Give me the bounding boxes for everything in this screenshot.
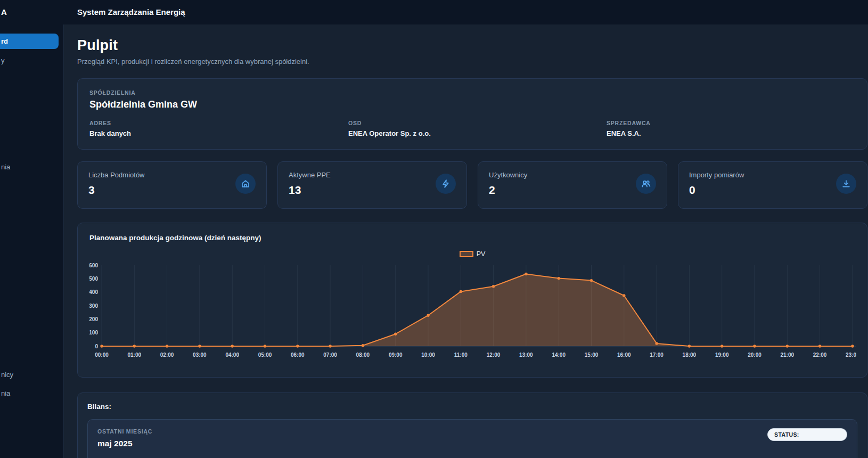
svg-text:12:00: 12:00 bbox=[487, 352, 501, 358]
import-icon bbox=[836, 174, 856, 194]
page-subtitle: Przegląd KPI, produkcji i rozliczeń ener… bbox=[77, 58, 867, 66]
lightning-icon bbox=[436, 174, 456, 194]
field-value: Brak danych bbox=[89, 129, 348, 137]
svg-text:22:00: 22:00 bbox=[813, 352, 827, 358]
app-logo: A bbox=[1, 0, 7, 24]
svg-text:20:00: 20:00 bbox=[748, 352, 761, 358]
kpi-card-ppe: Aktywne PPE 13 bbox=[277, 161, 467, 209]
home-icon bbox=[235, 174, 256, 194]
coop-field-adres: ADRES Brak danych bbox=[89, 120, 348, 137]
svg-text:06:00: 06:00 bbox=[291, 352, 305, 358]
kpi-row: Liczba Podmiotów 3 Aktywne PPE 13 Użytko… bbox=[77, 161, 867, 209]
field-label: ADRES bbox=[89, 120, 348, 126]
sidebar-item-rozliczenia[interactable]: nia bbox=[0, 162, 10, 173]
coop-fields: ADRES Brak danych OSD ENEA Operator Sp. … bbox=[89, 120, 855, 137]
svg-text:02:00: 02:00 bbox=[160, 352, 174, 358]
svg-text:400: 400 bbox=[89, 289, 98, 295]
legend-swatch-pv bbox=[460, 251, 473, 257]
sidebar: rd y nia nicy nia bbox=[0, 24, 64, 458]
svg-text:11:00: 11:00 bbox=[454, 352, 468, 358]
svg-text:300: 300 bbox=[89, 303, 98, 309]
sidebar-item-ustawienia[interactable]: nia bbox=[0, 388, 10, 399]
legend-label-pv: PV bbox=[477, 250, 486, 258]
kpi-label: Użytkownicy bbox=[489, 171, 656, 179]
kpi-value: 2 bbox=[489, 184, 656, 197]
main-content: Pulpit Przegląd KPI, produkcji i rozlicz… bbox=[64, 24, 868, 458]
kpi-value: 13 bbox=[289, 184, 456, 197]
bilans-title: Bilans: bbox=[87, 403, 857, 411]
production-chart-card: Planowana produkcja godzinowa (dzień nas… bbox=[77, 223, 867, 378]
status-badge: STATUS: bbox=[767, 428, 847, 441]
sidebar-item-label: y bbox=[1, 56, 5, 64]
svg-text:08:00: 08:00 bbox=[356, 352, 370, 358]
sidebar-item-label: nia bbox=[1, 389, 10, 397]
svg-text:15:00: 15:00 bbox=[585, 352, 599, 358]
svg-text:01:00: 01:00 bbox=[128, 352, 142, 358]
kpi-card-importy: Importy pomiarów 0 bbox=[678, 161, 867, 209]
bilans-card: Bilans: OSTATNI MIESIĄC maj 2025 STATUS: bbox=[77, 392, 867, 458]
kpi-value: 3 bbox=[88, 184, 256, 197]
svg-text:21:00: 21:00 bbox=[781, 352, 795, 358]
coop-field-sprzedawca: SPRZEDAWCA ENEA S.A. bbox=[607, 120, 855, 137]
coop-label: SPÓŁDZIELNIA bbox=[89, 89, 855, 96]
cooperative-card: SPÓŁDZIELNIA Spółdzielnia Gmina GW ADRES… bbox=[77, 78, 867, 150]
svg-text:200: 200 bbox=[89, 316, 98, 322]
kpi-card-podmioty: Liczba Podmiotów 3 bbox=[77, 161, 267, 209]
svg-text:500: 500 bbox=[89, 276, 98, 282]
chart-title: Planowana produkcja godzinowa (dzień nas… bbox=[89, 234, 855, 242]
svg-text:19:00: 19:00 bbox=[715, 352, 729, 358]
svg-text:100: 100 bbox=[89, 330, 98, 336]
top-header: A System Zarządzania Energią bbox=[0, 0, 868, 24]
sidebar-item-uzytkownicy[interactable]: nicy bbox=[0, 370, 13, 380]
month-card: OSTATNI MIESIĄC maj 2025 STATUS: bbox=[87, 419, 857, 458]
users-icon bbox=[636, 174, 656, 194]
svg-text:13:00: 13:00 bbox=[519, 352, 533, 358]
kpi-label: Aktywne PPE bbox=[289, 171, 456, 179]
sidebar-item-label: nicy bbox=[1, 371, 13, 379]
svg-text:600: 600 bbox=[89, 263, 98, 268]
kpi-value: 0 bbox=[689, 184, 856, 197]
coop-name: Spółdzielnia Gmina GW bbox=[89, 99, 855, 110]
sidebar-item-label: nia bbox=[1, 163, 10, 171]
kpi-label: Liczba Podmiotów bbox=[88, 171, 256, 179]
svg-text:23:00: 23:00 bbox=[846, 352, 856, 358]
field-value: ENEA S.A. bbox=[607, 129, 855, 137]
coop-field-osd: OSD ENEA Operator Sp. z o.o. bbox=[348, 120, 607, 137]
sidebar-item-label: rd bbox=[1, 37, 8, 45]
svg-text:00:00: 00:00 bbox=[95, 352, 109, 358]
app-title: System Zarządzania Energią bbox=[77, 0, 185, 24]
svg-text:18:00: 18:00 bbox=[683, 352, 697, 358]
kpi-card-uzytkownicy: Użytkownicy 2 bbox=[478, 161, 667, 209]
svg-text:10:00: 10:00 bbox=[421, 352, 435, 358]
field-value: ENEA Operator Sp. z o.o. bbox=[348, 129, 607, 137]
svg-text:07:00: 07:00 bbox=[323, 352, 337, 358]
svg-text:09:00: 09:00 bbox=[389, 352, 403, 358]
svg-text:16:00: 16:00 bbox=[617, 352, 631, 358]
svg-text:17:00: 17:00 bbox=[650, 352, 664, 358]
svg-text:05:00: 05:00 bbox=[258, 352, 272, 358]
page-title: Pulpit bbox=[77, 37, 867, 54]
sidebar-item-dashboard[interactable]: rd bbox=[0, 34, 59, 49]
kpi-label: Importy pomiarów bbox=[689, 171, 856, 179]
svg-text:03:00: 03:00 bbox=[193, 352, 207, 358]
month-value: maj 2025 bbox=[97, 439, 847, 448]
pv-chart: 00:0001:0002:0003:0004:0005:0006:0007:00… bbox=[89, 259, 856, 372]
chart-legend: PV bbox=[89, 250, 855, 258]
svg-text:14:00: 14:00 bbox=[552, 352, 566, 358]
svg-text:0: 0 bbox=[95, 344, 98, 349]
svg-text:04:00: 04:00 bbox=[225, 352, 239, 358]
field-label: OSD bbox=[348, 120, 607, 126]
month-label: OSTATNI MIESIĄC bbox=[97, 428, 847, 435]
sidebar-item-podmioty[interactable]: y bbox=[0, 55, 5, 66]
field-label: SPRZEDAWCA bbox=[607, 120, 855, 126]
